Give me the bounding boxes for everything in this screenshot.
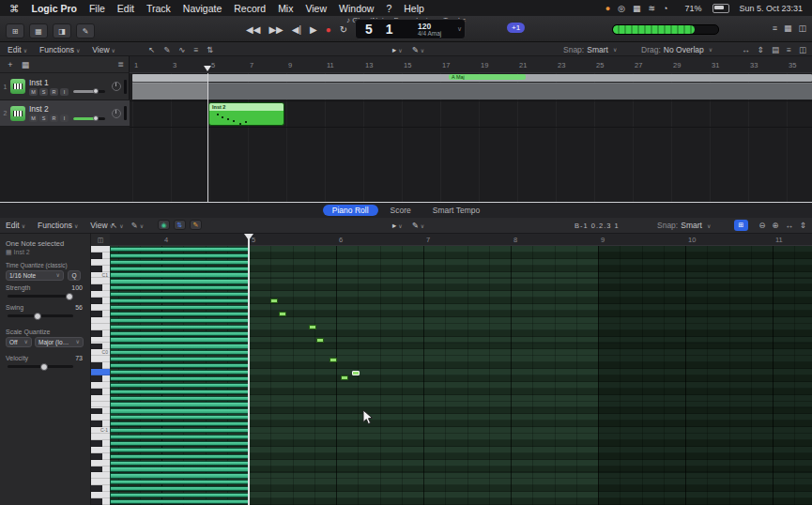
tool-icon-1[interactable]: ✎ [163, 45, 170, 54]
midi-note-long[interactable] [110, 454, 249, 459]
piano-key[interactable] [91, 440, 110, 447]
input-monitor-button[interactable]: I [60, 88, 69, 96]
midi-note-long[interactable] [110, 467, 249, 471]
forward-button[interactable]: ▶▶ [268, 23, 283, 38]
midi-note-long[interactable] [110, 305, 249, 310]
midi-note-long[interactable] [110, 408, 249, 413]
midi-note-long[interactable] [110, 390, 249, 394]
tool-icon-3[interactable]: ≡ [193, 45, 198, 54]
midi-note-long[interactable] [110, 383, 249, 388]
catch-playhead-button[interactable]: ⊞ [734, 220, 748, 231]
view-toggle-icon-1[interactable]: ▦ [784, 23, 792, 33]
piano-key[interactable] [91, 485, 110, 492]
piano-key[interactable] [91, 498, 110, 505]
snap-value[interactable]: Smart [681, 221, 702, 230]
zoom-tool-icon-2[interactable]: ▤ [772, 45, 779, 54]
snap-value[interactable]: Smart [587, 45, 608, 54]
midi-note-long[interactable] [110, 318, 249, 323]
midi-note-selected[interactable] [352, 371, 360, 375]
region-inst2[interactable]: Inst 2 [208, 102, 284, 126]
pianoroll-cursor-tool-1[interactable]: ✎∨ [412, 221, 425, 230]
go-to-beginning-button[interactable]: ◀| [292, 23, 301, 38]
piano-key[interactable] [91, 266, 110, 272]
menu-window[interactable]: Window [339, 3, 374, 14]
midi-note-long[interactable] [110, 253, 249, 258]
midi-note-long[interactable] [110, 260, 249, 265]
piano-key[interactable] [91, 356, 110, 362]
midi-note[interactable] [279, 312, 286, 316]
piano-key[interactable] [91, 375, 110, 382]
piano-key[interactable] [91, 402, 110, 408]
midi-note-long[interactable] [110, 396, 249, 401]
region-inst1[interactable] [132, 83, 812, 99]
menu-logic-pro[interactable]: Logic Pro [32, 3, 77, 14]
midi-note[interactable] [309, 325, 316, 329]
tab-smart-tempo[interactable]: Smart Tempo [423, 205, 489, 216]
status-icon-2[interactable]: ▦ [633, 4, 641, 13]
midi-in-icon[interactable]: ◉ [158, 220, 170, 230]
menu-help[interactable]: Help [404, 3, 424, 14]
midi-note-long[interactable] [110, 279, 249, 283]
pan-knob[interactable] [112, 82, 121, 91]
piano-key[interactable] [91, 414, 110, 421]
midi-note-long[interactable] [110, 480, 249, 484]
pianoroll-tool-select-0[interactable]: ↖∨ [111, 221, 124, 230]
piano-key[interactable] [91, 467, 110, 473]
mute-button[interactable]: M [29, 115, 38, 122]
track-name[interactable]: Inst 2 [29, 104, 109, 114]
pan-knob[interactable] [112, 109, 121, 118]
menu--[interactable]: ? [386, 3, 391, 14]
piano-key[interactable] [91, 389, 110, 395]
track-name[interactable]: Inst 1 [29, 78, 109, 87]
cursor-tool-select-1[interactable]: ✎∨ [412, 45, 425, 54]
midi-note[interactable] [316, 338, 324, 343]
pianoroll-zoom-icon-1[interactable]: ⊕ [772, 221, 778, 230]
midi-note-long[interactable] [110, 285, 249, 290]
menu-record[interactable]: Record [234, 3, 266, 14]
piano-key[interactable] [91, 344, 110, 350]
piano-key[interactable] [91, 460, 110, 467]
arrange-ruler[interactable]: 1357911131517192123252729313335 [130, 56, 812, 73]
piano-key[interactable]: C1 [91, 272, 110, 279]
mode-button-2[interactable]: ◨ [53, 23, 71, 38]
view-toggle-icon-2[interactable]: ◫ [798, 23, 806, 33]
mute-button[interactable]: M [29, 88, 38, 96]
record-enable-button[interactable]: R [50, 88, 58, 96]
pianoroll-grid[interactable] [110, 246, 812, 505]
midi-note-long[interactable] [110, 331, 249, 336]
pianoroll-tool-select-1[interactable]: ✎∨ [131, 221, 145, 230]
cycle-button[interactable]: ↻ [340, 23, 347, 38]
piano-key[interactable] [91, 330, 110, 337]
midi-note-long[interactable] [110, 247, 249, 252]
midi-note[interactable] [270, 298, 278, 303]
midi-note-long[interactable] [110, 402, 249, 406]
midi-note-long[interactable] [110, 272, 249, 277]
piano-key[interactable] [91, 434, 110, 440]
pianoroll-menu-edit[interactable]: Edit∨ [6, 221, 25, 230]
midi-note-long[interactable] [110, 376, 249, 381]
piano-key[interactable] [91, 421, 110, 427]
menu-navigate[interactable]: Navigate [183, 3, 222, 14]
snap-select[interactable]: Snap: Smart ∨ [563, 42, 617, 56]
solo-button[interactable]: S [39, 115, 48, 122]
pianoroll-zoom-icon-3[interactable]: ⇕ [800, 221, 806, 230]
zoom-tool-icon-0[interactable]: ↔ [742, 45, 750, 54]
piano-key-selected[interactable] [91, 369, 110, 375]
cursor-tool-select-0[interactable]: ▸∨ [392, 45, 403, 54]
midi-note-long[interactable] [110, 421, 249, 426]
piano-key[interactable] [91, 291, 110, 298]
quantize-apply-button[interactable]: Q [68, 270, 81, 281]
velocity-slider[interactable] [8, 365, 73, 368]
midi-note-long[interactable] [110, 493, 249, 497]
midi-note-long[interactable] [110, 499, 249, 504]
piano-key[interactable]: C-1 [91, 427, 110, 434]
tab-score[interactable]: Score [381, 205, 421, 216]
pianoroll-playhead-marker-icon[interactable] [244, 234, 253, 240]
status-icon-1[interactable]: ◎ [618, 4, 625, 13]
menu-file[interactable]: File [89, 3, 105, 14]
piano-key[interactable] [91, 246, 110, 252]
track-browser-button[interactable]: ▦ [19, 59, 32, 70]
drag-value[interactable]: No Overlap [664, 45, 704, 54]
piano-key[interactable] [91, 453, 110, 460]
apple-menu[interactable]: ⌘ [9, 3, 20, 14]
